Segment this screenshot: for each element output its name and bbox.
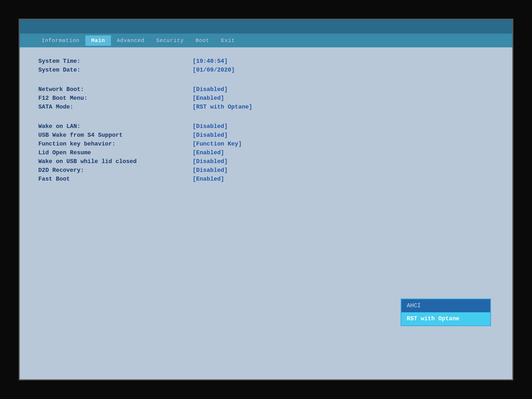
dropdown-item-ahci[interactable]: AHCI	[401, 299, 490, 312]
tab-information[interactable]: Information	[36, 35, 85, 46]
row-fast-boot: Fast Boot [Enabled]	[38, 176, 494, 182]
row-sata-mode: SATA Mode: [RST with Optane]	[38, 104, 494, 110]
row-wake-on-lan: Wake on LAN: [Disabled]	[38, 123, 494, 130]
nav-tabs: Information Main Advanced Security Boot …	[20, 34, 512, 47]
section-boot: Network Boot: [Disabled] F12 Boot Menu: …	[38, 86, 494, 110]
value-fast-boot[interactable]: [Enabled]	[193, 176, 224, 182]
label-system-time: System Time:	[38, 58, 193, 65]
value-system-date[interactable]: [01/09/2020]	[193, 67, 235, 73]
label-usb-wake: USB Wake from S4 Support	[38, 132, 193, 139]
tab-advanced[interactable]: Advanced	[111, 35, 150, 46]
value-system-time[interactable]: [19:40:54]	[193, 58, 228, 65]
label-function-key: Function key behavior:	[38, 141, 193, 147]
label-wake-on-lan: Wake on LAN:	[38, 123, 193, 130]
bios-screen: Information Main Advanced Security Boot …	[19, 19, 513, 380]
value-d2d-recovery[interactable]: [Disabled]	[193, 167, 228, 174]
main-content: System Time: [19:40:54] System Date: [01…	[20, 47, 512, 379]
divider-2	[38, 118, 494, 123]
value-f12-boot-menu[interactable]: [Enabled]	[193, 95, 224, 102]
sata-mode-dropdown[interactable]: AHCI RST with Optane	[401, 298, 491, 326]
value-usb-wake[interactable]: [Disabled]	[193, 132, 228, 139]
tab-exit[interactable]: Exit	[215, 35, 241, 46]
label-lid-open-resume: Lid Open Resume	[38, 149, 193, 156]
value-wake-on-lan[interactable]: [Disabled]	[193, 123, 228, 130]
value-sata-mode[interactable]: [RST with Optane]	[193, 104, 252, 110]
label-f12-boot-menu: F12 Boot Menu:	[38, 95, 193, 102]
label-system-date: System Date:	[38, 67, 193, 73]
dropdown-item-rst[interactable]: RST with Optane	[401, 312, 490, 325]
row-usb-wake: USB Wake from S4 Support [Disabled]	[38, 132, 494, 139]
row-lid-open-resume: Lid Open Resume [Enabled]	[38, 149, 494, 156]
value-function-key[interactable]: [Function Key]	[193, 141, 242, 147]
bios-topbar	[20, 20, 512, 34]
tab-boot[interactable]: Boot	[190, 35, 215, 46]
value-network-boot[interactable]: [Disabled]	[193, 86, 228, 93]
tab-main[interactable]: Main	[85, 35, 111, 46]
value-lid-open-resume[interactable]: [Enabled]	[193, 149, 224, 156]
label-fast-boot: Fast Boot	[38, 176, 193, 182]
tab-security[interactable]: Security	[150, 35, 190, 46]
row-d2d-recovery: D2D Recovery: [Disabled]	[38, 167, 494, 174]
label-sata-mode: SATA Mode:	[38, 104, 193, 110]
row-system-time: System Time: [19:40:54]	[38, 58, 494, 65]
row-f12-boot-menu: F12 Boot Menu: [Enabled]	[38, 95, 494, 102]
value-wake-usb-lid[interactable]: [Disabled]	[193, 158, 228, 165]
row-network-boot: Network Boot: [Disabled]	[38, 86, 494, 93]
section-wake: Wake on LAN: [Disabled] USB Wake from S4…	[38, 123, 494, 182]
row-wake-usb-lid: Wake on USB while lid closed [Disabled]	[38, 158, 494, 165]
row-function-key: Function key behavior: [Function Key]	[38, 141, 494, 147]
row-system-date: System Date: [01/09/2020]	[38, 67, 494, 73]
label-d2d-recovery: D2D Recovery:	[38, 167, 193, 174]
label-wake-usb-lid: Wake on USB while lid closed	[38, 158, 193, 165]
section-time-date: System Time: [19:40:54] System Date: [01…	[38, 58, 494, 73]
screen-outer: Information Main Advanced Security Boot …	[0, 0, 532, 399]
label-network-boot: Network Boot:	[38, 86, 193, 93]
divider-1	[38, 81, 494, 86]
